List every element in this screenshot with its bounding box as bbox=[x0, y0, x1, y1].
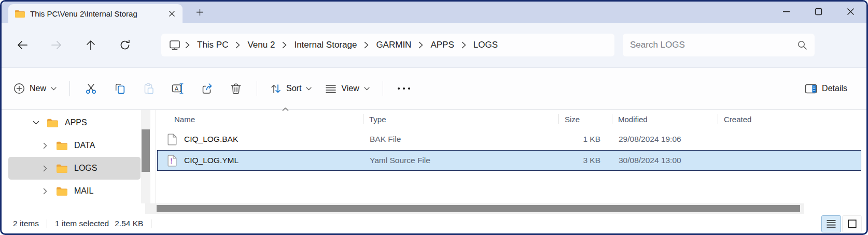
file-explorer-window: This PC\Venu 2\Internal Storag bbox=[0, 0, 868, 235]
back-button[interactable] bbox=[11, 34, 34, 56]
forward-button[interactable] bbox=[45, 34, 68, 56]
column-header-size[interactable]: Size bbox=[558, 110, 612, 128]
folder-icon bbox=[56, 186, 67, 196]
breadcrumb-item-apps[interactable]: APPS bbox=[424, 37, 460, 53]
folder-icon bbox=[56, 164, 67, 173]
breadcrumb-item-garmin[interactable]: GARMIN bbox=[370, 37, 417, 53]
toolbar-divider bbox=[257, 81, 257, 96]
details-view-toggle[interactable] bbox=[821, 215, 841, 232]
column-header-row: Name Type Size Modified Created bbox=[156, 110, 866, 128]
sort-button[interactable]: Sort bbox=[263, 77, 318, 100]
minimize-button[interactable] bbox=[770, 2, 802, 21]
new-button-label: New bbox=[30, 84, 46, 93]
explorer-tab[interactable]: This PC\Venu 2\Internal Storag bbox=[8, 4, 183, 23]
column-header-created[interactable]: Created bbox=[718, 110, 866, 128]
breadcrumb-chevron-icon bbox=[184, 41, 191, 49]
toolbar-divider bbox=[383, 81, 383, 96]
sort-arrows-icon bbox=[270, 83, 282, 94]
horizontal-scrollbar-row bbox=[2, 203, 866, 214]
search-box[interactable] bbox=[623, 34, 815, 56]
this-pc-icon bbox=[166, 39, 184, 51]
column-header-modified[interactable]: Modified bbox=[612, 110, 718, 128]
document-icon bbox=[167, 134, 177, 145]
file-modified: 30/08/2024 13:00 bbox=[612, 156, 718, 165]
horizontal-scrollbar-thumb[interactable] bbox=[157, 205, 800, 212]
file-type: BAK File bbox=[363, 135, 559, 144]
view-button[interactable]: View bbox=[318, 77, 376, 100]
details-button-label: Details bbox=[822, 84, 847, 93]
sidebar-item-data[interactable]: DATA bbox=[8, 134, 141, 157]
status-bar: 2 items 1 item selected 2.54 KB bbox=[2, 214, 866, 233]
up-button[interactable] bbox=[79, 34, 102, 56]
copy-button[interactable] bbox=[105, 77, 134, 100]
sidebar-item-mail[interactable]: MAIL bbox=[8, 180, 141, 202]
status-divider bbox=[47, 219, 47, 228]
selection-size: 2.54 KB bbox=[115, 219, 143, 228]
folder-icon bbox=[15, 9, 25, 18]
file-modified: 29/08/2024 19:06 bbox=[612, 135, 718, 144]
chevron-right-icon[interactable] bbox=[41, 142, 49, 149]
cut-button[interactable] bbox=[76, 77, 105, 100]
file-name: CIQ_LOG.BAK bbox=[184, 135, 238, 144]
navigation-pane: APPS DATA bbox=[2, 110, 155, 203]
new-tab-button[interactable] bbox=[191, 4, 208, 21]
search-icon[interactable] bbox=[797, 40, 807, 50]
command-toolbar: New bbox=[2, 67, 866, 110]
chevron-down-icon bbox=[306, 87, 312, 91]
selection-count: 1 item selected bbox=[55, 219, 109, 228]
breadcrumb-chevron-icon bbox=[281, 41, 288, 49]
paste-button[interactable] bbox=[134, 77, 163, 100]
view-button-label: View bbox=[341, 84, 359, 93]
sidebar-item-label: DATA bbox=[74, 141, 95, 150]
horizontal-scrollbar[interactable] bbox=[145, 203, 804, 214]
delete-button[interactable] bbox=[221, 77, 250, 100]
file-list-pane: Name Type Size Modified Created CIQ_LOG.… bbox=[155, 110, 866, 203]
new-button[interactable]: New bbox=[7, 77, 63, 100]
sidebar-scrollbar[interactable] bbox=[141, 110, 150, 203]
share-button[interactable] bbox=[192, 77, 221, 100]
sidebar-scrollbar-thumb[interactable] bbox=[142, 129, 150, 172]
main-content: APPS DATA bbox=[2, 110, 866, 203]
folder-icon bbox=[56, 141, 67, 150]
tab-close-icon[interactable] bbox=[165, 7, 178, 20]
column-header-name[interactable]: Name bbox=[156, 110, 363, 128]
file-row-ciq-log-bak[interactable]: CIQ_LOG.BAK BAK File 1 KB 29/08/2024 19:… bbox=[157, 129, 861, 150]
column-header-type[interactable]: Type bbox=[363, 110, 558, 128]
breadcrumb-item-logs[interactable]: LOGS bbox=[467, 37, 504, 53]
navigation-bar: This PC Venu 2 Internal Storage GARMIN A… bbox=[2, 23, 866, 67]
sort-button-label: Sort bbox=[286, 84, 301, 93]
chevron-right-icon[interactable] bbox=[41, 188, 49, 195]
items-count: 2 items bbox=[13, 219, 39, 228]
sidebar-item-label: LOGS bbox=[74, 164, 97, 173]
breadcrumb-item-internal-storage[interactable]: Internal Storage bbox=[288, 37, 363, 53]
refresh-button[interactable] bbox=[114, 34, 136, 56]
rename-button[interactable]: A bbox=[163, 77, 192, 100]
maximize-button[interactable] bbox=[802, 2, 834, 21]
svg-text:!: ! bbox=[170, 157, 173, 165]
chevron-down-icon[interactable] bbox=[32, 121, 40, 125]
file-size: 1 KB bbox=[559, 135, 612, 144]
breadcrumb-item-this-pc[interactable]: This PC bbox=[191, 37, 234, 53]
sidebar-item-apps[interactable]: APPS bbox=[8, 111, 141, 134]
sidebar-item-label: MAIL bbox=[74, 186, 93, 196]
more-options-button[interactable] bbox=[389, 77, 418, 100]
details-pane-icon bbox=[805, 83, 817, 94]
chevron-down-icon bbox=[364, 87, 370, 91]
sidebar-item-label: APPS bbox=[65, 118, 87, 127]
plus-circle-icon bbox=[13, 83, 25, 94]
icons-view-toggle[interactable] bbox=[842, 215, 862, 232]
yaml-document-icon: ! bbox=[167, 155, 177, 167]
search-input[interactable] bbox=[630, 40, 797, 50]
address-bar[interactable]: This PC Venu 2 Internal Storage GARMIN A… bbox=[161, 34, 614, 56]
sidebar-item-logs[interactable]: LOGS bbox=[8, 157, 141, 180]
file-row-ciq-log-yml[interactable]: ! CIQ_LOG.YML Yaml Source File 3 KB 30/0… bbox=[157, 150, 861, 171]
close-button[interactable] bbox=[834, 2, 866, 21]
breadcrumb-chevron-icon bbox=[234, 41, 241, 49]
status-divider bbox=[151, 219, 151, 228]
details-button[interactable]: Details bbox=[798, 77, 854, 100]
chevron-right-icon[interactable] bbox=[41, 165, 49, 172]
breadcrumb-chevron-icon bbox=[417, 41, 424, 49]
breadcrumb-item-venu-2[interactable]: Venu 2 bbox=[241, 37, 281, 53]
view-lines-icon bbox=[325, 84, 337, 94]
file-name: CIQ_LOG.YML bbox=[184, 156, 239, 165]
